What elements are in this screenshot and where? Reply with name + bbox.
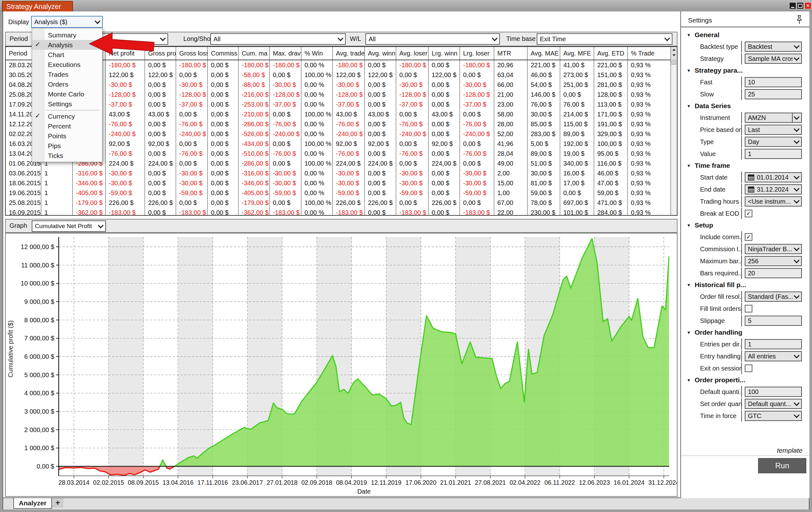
column-header-max-drav[interactable]: Max. drav [270, 47, 301, 60]
column-header--win[interactable]: % Win [301, 47, 333, 60]
setting-entry-handling-dropdown[interactable]: All entries [745, 351, 802, 361]
setting-maximum-bar--dropdown[interactable]: 256 [745, 256, 802, 266]
column-header-gross-loss[interactable]: Gross loss [176, 47, 208, 60]
pin-icon[interactable] [797, 15, 802, 24]
menu-item-pips[interactable]: Pips [32, 141, 102, 151]
column-header-net-profit[interactable]: Net profit [106, 47, 145, 60]
time-base-dropdown[interactable]: Exit Time [537, 33, 672, 45]
menu-item-percent[interactable]: Percent [32, 121, 102, 131]
menu-item-monte-carlo[interactable]: Monte Carlo [32, 89, 102, 99]
menu-item-summary[interactable]: Summary [32, 30, 102, 40]
column-header-cum-ma[interactable]: Cum. ma [238, 47, 270, 60]
table-row[interactable]: 17.09.20141-253,00 $-37,00 $0,00 $-37,00… [6, 99, 670, 109]
column-header-avg-mae[interactable]: Avg. MAE [527, 47, 560, 60]
table-row[interactable]: 14.11.20141-210,00 $43,00 $43,00 $0,00 $… [6, 109, 670, 119]
table-row[interactable]: 01.06.20151-286,00 $224,00 $224,00 $0,00… [6, 159, 670, 168]
setting-strategy-dropdown[interactable]: Sample MA cros [745, 54, 802, 64]
table-row[interactable]: 25.08.20141-216,00 $-128,00 $0,00 $-128,… [6, 90, 670, 99]
menu-item-executions[interactable]: Executions [32, 60, 102, 69]
column-header-lrg-loser[interactable]: Lrg. loser [460, 47, 494, 60]
menu-item-trades[interactable]: Trades [32, 69, 102, 79]
column-header-gross-pro[interactable]: Gross pro [145, 47, 176, 60]
table-row[interactable]: 25.08.20151-179,00 $226,00 $226,00 $0,00… [6, 198, 670, 208]
table-row[interactable]: 04.08.20141-88,00 $-30,00 $0,00 $-30,00 … [6, 80, 670, 90]
scroll-down-button[interactable] [671, 53, 677, 58]
column-header-avg-mfe[interactable]: Avg. MFE [560, 47, 594, 60]
add-tab-button[interactable]: + [52, 498, 63, 508]
setting-start-date-dropdown[interactable]: 01.01.2014 [745, 172, 802, 182]
table-row[interactable]: 02.02.20151-526,00 $-240,00 $0,00 $-240,… [6, 129, 670, 139]
settings-section-time-frame[interactable]: ▼Time frame [682, 160, 809, 171]
table-cell: 192,00 $ [560, 139, 594, 149]
setting-slippage-field[interactable]: 5 [745, 316, 802, 326]
setting-bars-required--field[interactable]: 20 [745, 268, 802, 278]
setting-set-order-quan--dropdown[interactable]: Default quant... [745, 399, 802, 409]
maximize-button[interactable] [797, 2, 804, 9]
setting-control-area: ✓ [741, 208, 804, 219]
menu-item-analysis[interactable]: ✓Analysis [32, 40, 102, 50]
display-dropdown[interactable]: Analysis ($) [31, 16, 103, 28]
long-short-dropdown[interactable]: All [210, 33, 346, 45]
table-row[interactable]: 03.06.20151-316,00 $-30,00 $0,00 $-30,00… [6, 168, 670, 178]
setting-value-field[interactable]: 1 [745, 149, 802, 159]
period-filter-label: Period [9, 35, 28, 42]
template-link[interactable]: template [777, 447, 803, 454]
setting-time-in-force-dropdown[interactable]: GTC [745, 411, 802, 421]
column-header-avg-winn[interactable]: Avg. winn [365, 47, 396, 60]
table-row[interactable]: 16.09.20151-362,00 $-183,00 $0,00 $-183,… [6, 208, 670, 215]
settings-section-order-handling[interactable]: ▼Order handling [682, 327, 809, 338]
setting-trading-hours-dropdown[interactable]: <Use instrum... [745, 196, 802, 206]
menu-item-ticks[interactable]: Ticks [32, 151, 102, 161]
table-row[interactable]: 12.12.20141-286,00 $-76,00 $0,00 $-76,00… [6, 119, 670, 129]
table-scrollbar[interactable] [670, 47, 677, 215]
menu-item-chart[interactable]: Chart [32, 50, 102, 60]
scroll-up-button[interactable] [671, 47, 677, 53]
minimize-button[interactable] [789, 2, 796, 9]
column-header-avg-etd[interactable]: Avg. ETD [594, 47, 628, 60]
setting-fill-limit-orders--checkbox[interactable] [745, 305, 752, 312]
settings-section-order-properti-[interactable]: ▼Order properti... [682, 374, 809, 386]
settings-section-general[interactable]: ▼General [682, 29, 809, 40]
setting-default-quanti--field[interactable]: 100 [745, 387, 802, 397]
menu-item-settings[interactable]: Settings [32, 99, 102, 109]
setting-slow-field[interactable]: 25 [745, 89, 802, 99]
window-title-tab[interactable]: Strategy Analyzer [2, 1, 73, 11]
setting-type-dropdown[interactable]: Day [745, 137, 802, 147]
setting-commission-t--dropdown[interactable]: NinjaTrader B... [745, 244, 802, 254]
table-row[interactable]: 13.04.20151-510,00 $-76,00 $0,00 $-76,00… [6, 149, 670, 159]
table-row[interactable]: 28.03.20141-180,00 $-180,00 $0,00 $-180,… [6, 60, 670, 70]
menu-item-currency[interactable]: ✓Currency [32, 111, 102, 121]
column-header-mtr[interactable]: MTR [494, 47, 527, 60]
menu-item-points[interactable]: Points [32, 131, 102, 141]
table-row[interactable]: 30.05.20141-58,00 $122,00 $122,00 $0,00 … [6, 70, 670, 80]
column-header--trade[interactable]: % Trade [628, 47, 671, 60]
setting-price-based-on-dropdown[interactable]: Last [745, 125, 802, 135]
setting-break-at-eod-checkbox[interactable]: ✓ [745, 210, 752, 217]
setting-fast-field[interactable]: 10 [745, 77, 802, 87]
table-row[interactable]: 19.06.20151-405,00 $-59,00 $0,00 $-59,00… [6, 188, 670, 198]
table-row[interactable]: 18.06.20151-346,00 $-30,00 $0,00 $-30,00… [6, 178, 670, 188]
setting-end-date-dropdown[interactable]: 31.12.2024 [745, 184, 802, 195]
settings-section-strategy-para-[interactable]: ▼Strategy para... [682, 65, 809, 76]
graph-dropdown[interactable]: Cumulative Net Profit [32, 221, 106, 232]
column-header-commiss[interactable]: Commiss [208, 47, 238, 60]
table-row[interactable]: 16.03.20151-434,00 $92,00 $92,00 $0,00 $… [6, 139, 670, 149]
setting-instrument-dropdown[interactable]: AMZN [745, 113, 802, 123]
settings-section-historical-fill-p-[interactable]: ▼Historical fill p... [682, 279, 809, 291]
run-button[interactable]: Run [758, 458, 806, 473]
column-header-lrg-winn[interactable]: Lrg. winn [429, 47, 460, 60]
wl-dropdown[interactable]: All [366, 33, 500, 45]
menu-item-orders[interactable]: Orders [32, 79, 102, 89]
column-header-avg-loser[interactable]: Avg. loser [396, 47, 429, 60]
setting-backtest-type-dropdown[interactable]: Backtest [745, 41, 802, 52]
scrollbar-thumb[interactable] [671, 60, 676, 65]
tab-analyzer[interactable]: Analyzer [13, 498, 52, 509]
setting-entries-per-dir--field[interactable]: 1 [745, 339, 802, 349]
setting-order-fill-resol--dropdown[interactable]: Standard (Fas... [745, 291, 802, 302]
settings-section-data-series[interactable]: ▼Data Series [682, 100, 809, 112]
setting-exit-on-session--checkbox[interactable] [745, 365, 752, 372]
column-header-avg-trade[interactable]: Avg. trade [333, 47, 365, 60]
setting-include-comm--checkbox[interactable]: ✓ [745, 233, 752, 241]
settings-section-setup[interactable]: ▼Setup [682, 220, 809, 231]
close-button[interactable]: ✕ [804, 2, 811, 9]
